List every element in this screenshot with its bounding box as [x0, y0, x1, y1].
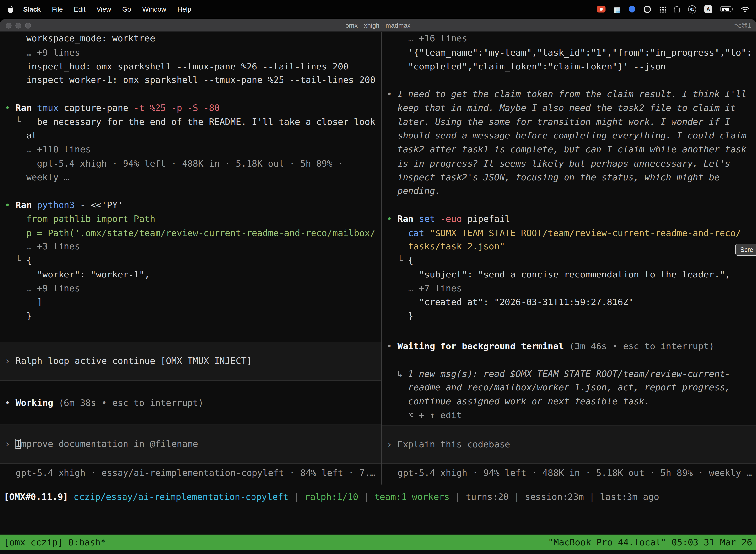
model-status-line: gpt-5.4 xhigh · essay/ai-reimplementatio… — [5, 466, 377, 480]
terminal-line: • Ran set -euo pipefail — [387, 212, 751, 226]
terminal-line: └ be necessary for the end of the README… — [5, 115, 377, 129]
working-status: • Working (6m 38s • esc to interrupt) — [5, 396, 377, 410]
spacer — [387, 423, 751, 425]
gauge-value: 61 — [690, 7, 694, 11]
spacer — [5, 464, 377, 466]
terminal-window: omx --xhigh --madmax ⌥⌘1 workspace_mode:… — [0, 19, 756, 554]
terminal-line: inspect task2's JSON, focusing on the st… — [387, 170, 751, 184]
apple-menu-icon[interactable] — [7, 5, 14, 13]
menu-item-window[interactable]: Window — [142, 5, 167, 13]
terminal-line: ] — [5, 295, 377, 309]
menu-item-edit[interactable]: Edit — [74, 5, 85, 13]
menu-item-help[interactable]: Help — [177, 5, 191, 13]
spacer — [5, 381, 377, 396]
terminal-line: "created_at": "2026-03-31T11:59:27.816Z" — [387, 295, 751, 309]
menubar: Slack FileEditViewGoWindowHelp ▦ 61 A — [0, 0, 756, 18]
terminal-line: └ { — [387, 254, 751, 268]
omx-status-line: [OMX#0.11.9] cczip/essay/ai-reimplementa… — [4, 490, 756, 504]
terminal-line: later. Using the same for transition mig… — [387, 115, 751, 129]
input-source-icon[interactable]: A — [704, 5, 712, 13]
terminal-line — [387, 73, 751, 88]
terminal-line: … +16 lines — [387, 32, 751, 46]
terminal-line — [5, 88, 377, 101]
menu-item-go[interactable]: Go — [122, 5, 131, 13]
screen-overlay-tooltip: Scre — [736, 244, 756, 256]
terminal-line: • Ran python3 - <<'PY' — [5, 198, 377, 212]
terminal-line: } — [387, 309, 751, 323]
terminal-line: "worker": "worker-1", — [5, 268, 377, 281]
terminal-line: tasks/task-2.json" — [387, 240, 751, 254]
charging-bolt-icon — [723, 7, 727, 15]
tmux-session-window: [omx-cczip] 0:bash* — [4, 535, 106, 549]
terminal-line: … +9 lines — [5, 281, 377, 295]
terminal-line: readme-and-reco/mailbox/worker-1.json, a… — [387, 381, 751, 395]
terminal-line: └ { — [5, 254, 377, 268]
terminal-line: ⌥ + ↑ edit — [387, 408, 751, 423]
terminal-line — [5, 184, 377, 198]
terminal-line: inspect_hud: omx sparkshell --tmux-pane … — [5, 60, 377, 73]
tmux-host-clock: "MacBook-Pro-44.local" 05:03 31-Mar-26 — [548, 535, 752, 549]
menu-item-view[interactable]: View — [97, 5, 111, 13]
terminal-line: '{"team_name":"my-team","task_id":"1","f… — [387, 46, 751, 60]
terminal-line — [387, 198, 751, 212]
menubar-status-icons: ▦ 61 A — [597, 5, 749, 13]
terminal-line: should send a message before completing … — [387, 129, 751, 143]
menubar-left: Slack FileEditViewGoWindowHelp — [7, 5, 191, 13]
terminal-line: • Ran tmux capture-pane -t %25 -p -S -80 — [5, 101, 377, 115]
terminal-line: at — [5, 129, 377, 143]
input-source-letter: A — [706, 6, 710, 12]
terminal-line: workspace_mode: worktree — [5, 32, 377, 46]
terminal-line: from pathlib import Path — [5, 212, 377, 226]
window-title: omx --xhigh --madmax — [0, 19, 756, 32]
terminal-line: gpt-5.4 xhigh · 94% left · 488K in · 5.1… — [5, 157, 377, 170]
waiting-status: • Waiting for background terminal (3m 46… — [387, 340, 751, 353]
blue-app-icon[interactable] — [629, 6, 635, 12]
terminal-line: … +110 lines — [5, 143, 377, 157]
terminal-line: } — [5, 309, 377, 323]
grid-icon[interactable]: ▦ — [614, 5, 621, 13]
screen-recording-indicator-icon[interactable] — [597, 6, 606, 12]
ralph-loop-banner: › Ralph loop active continue [OMX_TMUX_I… — [0, 341, 381, 381]
ghost-icon[interactable] — [674, 6, 680, 12]
window-shortcut-hint: ⌥⌘1 — [734, 19, 751, 32]
tmux-pane-right[interactable]: … +16 lines '{"team_name":"my-team","tas… — [382, 32, 756, 493]
battery-icon[interactable] — [720, 6, 733, 12]
terminal-line: keep that in mind. Maybe I also need the… — [387, 101, 751, 115]
dark-circle-app-icon[interactable] — [644, 5, 651, 13]
terminal-line: task2 after task1 is complete, but can I… — [387, 143, 751, 157]
tmux-status-bar: [omx-cczip] 0:bash* "MacBook-Pro-44.loca… — [0, 535, 756, 550]
terminal-line: continue assigned work or next feasible … — [387, 395, 751, 408]
menubar-menus: FileEditViewGoWindowHelp — [52, 5, 191, 13]
composer-input[interactable]: › Improve documentation in @filename — [0, 425, 381, 464]
model-status-line: gpt-5.4 xhigh · 94% left · 488K in · 5.1… — [387, 466, 751, 480]
terminal-line: "subject": "send a concise recommendatio… — [387, 268, 751, 281]
terminal-line: … +3 lines — [5, 240, 377, 254]
terminal-line: … +7 lines — [387, 281, 751, 295]
spacer — [5, 410, 377, 425]
terminal-line: ↳ 1 new msg(s): read $OMX_TEAM_STATE_ROO… — [387, 367, 751, 381]
spacer — [5, 323, 377, 341]
terminal-line: p = Path('.omx/state/team/review-current… — [5, 226, 377, 240]
terminal-line: is in progress? It seems likely but perh… — [387, 157, 751, 170]
terminal-line: "completed","claim_token":"claim-token"}… — [387, 60, 751, 73]
terminal-line: inspect_worker-1: omx sparkshell --tmux-… — [5, 73, 377, 88]
terminal-line: pending. — [387, 184, 751, 198]
window-titlebar[interactable]: omx --xhigh --madmax ⌥⌘1 — [0, 19, 756, 32]
terminal-content: workspace_mode: worktree … +9 lines insp… — [0, 32, 756, 554]
menubar-app-name[interactable]: Slack — [23, 5, 41, 13]
terminal-line: weekly … — [5, 170, 377, 184]
spacer — [387, 353, 751, 367]
gauge-icon[interactable]: 61 — [688, 5, 696, 13]
screen: Slack FileEditViewGoWindowHelp ▦ 61 A — [0, 0, 756, 554]
wifi-icon[interactable] — [741, 6, 749, 12]
tmux-pane-left[interactable]: workspace_mode: worktree … +9 lines insp… — [0, 32, 381, 493]
spacer — [387, 323, 751, 340]
omx-status-bar: [OMX#0.11.9] cczip/essay/ai-reimplementa… — [0, 490, 756, 504]
terminal-line: • I need to get the claim token from the… — [387, 88, 751, 101]
menu-item-file[interactable]: File — [52, 5, 63, 13]
terminal-line: … +9 lines — [5, 46, 377, 60]
dots-grid-icon[interactable] — [659, 6, 666, 12]
terminal-line: cat "$OMX_TEAM_STATE_ROOT/team/review-cu… — [387, 226, 751, 240]
spacer — [387, 464, 751, 466]
composer-input[interactable]: › Explain this codebase — [382, 425, 756, 464]
